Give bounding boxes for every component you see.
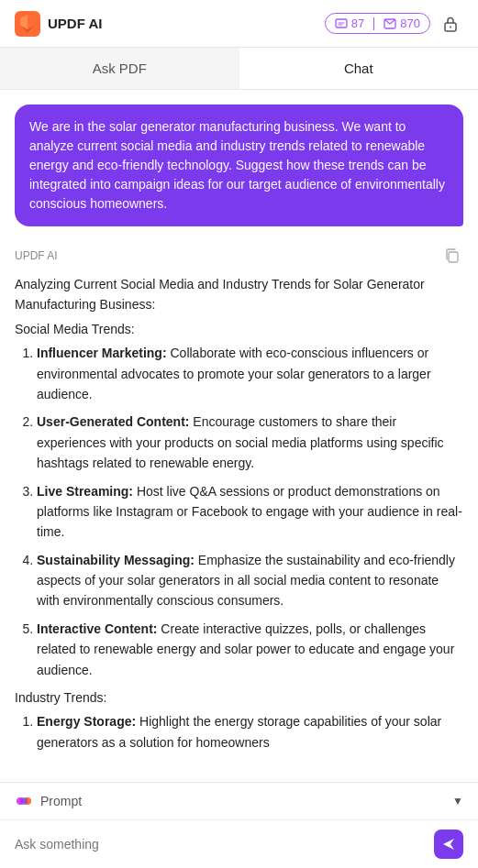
list-item: User-Generated Content: Encourage custom… [37, 412, 463, 473]
badge-right-icon [384, 17, 396, 30]
lock-icon [441, 15, 460, 33]
list-item: Influencer Marketing: Collaborate with e… [37, 343, 463, 404]
copy-icon [444, 247, 461, 264]
logo-area: UPDF AI [15, 11, 102, 37]
list-item: Interactive Content: Create interactive … [37, 619, 463, 680]
updf-logo-icon [15, 11, 40, 37]
header-right: 87 870 [325, 11, 463, 37]
prompt-bar[interactable]: Prompt ▼ [0, 783, 478, 820]
user-message-text: We are in the solar generator manufactur… [29, 119, 445, 211]
ai-social-list: Influencer Marketing: Collaborate with e… [15, 343, 463, 680]
badge-left-count: 87 [351, 16, 364, 30]
send-icon [441, 837, 456, 852]
svg-point-8 [20, 797, 28, 805]
svg-rect-5 [449, 252, 458, 262]
tabs: Ask PDF Chat [0, 48, 478, 90]
list-item: Energy Storage: Highlight the energy sto… [37, 711, 463, 753]
tab-ask-pdf[interactable]: Ask PDF [0, 48, 239, 89]
list-item: Live Streaming: Host live Q&A sessions o… [37, 481, 463, 543]
badge-right-count: 870 [400, 16, 420, 30]
chat-area: We are in the solar generator manufactur… [0, 90, 478, 782]
ai-social-heading: Social Media Trends: [15, 319, 463, 339]
ai-title: Analyzing Current Social Media and Indus… [15, 274, 463, 315]
prompt-left: Prompt [15, 792, 82, 810]
ai-industry-heading: Industry Trends: [15, 687, 463, 708]
ai-label: UPDF AI [15, 249, 58, 262]
badge-divider [373, 17, 374, 30]
header: UPDF AI 87 870 [0, 0, 478, 48]
logo-text: UPDF AI [48, 16, 102, 31]
badge-left: 87 [335, 16, 364, 30]
ask-something-input[interactable] [15, 837, 427, 852]
svg-point-4 [450, 26, 451, 27]
badge-left-icon [335, 17, 348, 30]
badge-right: 870 [384, 16, 420, 30]
user-message-bubble: We are in the solar generator manufactur… [15, 104, 463, 226]
tab-chat[interactable]: Chat [239, 48, 479, 89]
ai-response: UPDF AI Analyzing Current Social Media a… [15, 241, 463, 760]
lock-icon-button[interactable] [438, 11, 463, 37]
input-area [0, 820, 478, 868]
ai-label-row: UPDF AI [15, 241, 463, 270]
prompt-label: Prompt [40, 794, 82, 808]
ai-industry-list: Energy Storage: Highlight the energy sto… [15, 711, 463, 753]
prompt-dots-icon [15, 792, 33, 810]
send-button[interactable] [434, 830, 463, 859]
credits-badge[interactable]: 87 870 [325, 13, 430, 34]
copy-icon-button[interactable] [441, 245, 463, 267]
list-item: Sustainability Messaging: Emphasize the … [37, 550, 463, 611]
ai-content: Analyzing Current Social Media and Indus… [15, 274, 463, 760]
chevron-down-icon: ▼ [452, 795, 463, 808]
bottom-area: Prompt ▼ [0, 782, 478, 868]
